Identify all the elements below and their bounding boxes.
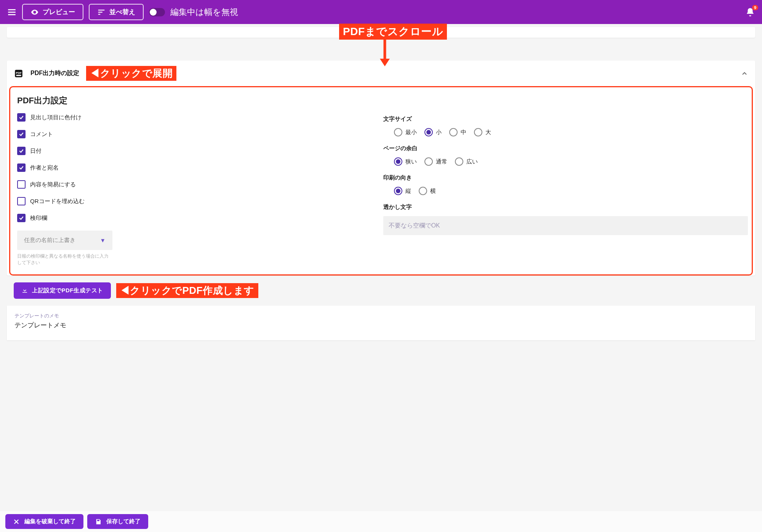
accordion-body: PDF出力設定 見出し項目に色付け コメント bbox=[9, 86, 753, 276]
checkbox-author-recipient[interactable] bbox=[17, 163, 26, 172]
toggle-knob bbox=[150, 9, 157, 16]
watermark-input[interactable] bbox=[383, 216, 748, 235]
checkbox-color-headings[interactable] bbox=[17, 113, 26, 122]
dropdown-icon: ▼ bbox=[100, 237, 106, 244]
topbar-title: 編集中は幅を無視 bbox=[170, 6, 238, 18]
checkbox-label: 日付 bbox=[30, 147, 42, 155]
memo-label: テンプレートのメモ bbox=[14, 312, 748, 319]
font-size-group: 最小 小 中 大 bbox=[383, 128, 748, 136]
memo-value: テンプレートメモ bbox=[14, 321, 748, 330]
eye-icon bbox=[30, 8, 39, 16]
sort-button[interactable]: 並べ替え bbox=[89, 4, 144, 20]
radio-orientation-portrait[interactable] bbox=[394, 187, 402, 195]
generate-pdf-button[interactable]: 上記設定でPDF生成テスト bbox=[14, 282, 111, 299]
template-memo-card: テンプレートのメモ テンプレートメモ bbox=[7, 306, 755, 340]
checkbox-simplify[interactable] bbox=[17, 180, 26, 189]
checkbox-label: 作者と宛名 bbox=[30, 164, 59, 171]
watermark-label: 透かし文字 bbox=[383, 204, 748, 211]
pdf-icon: PDF bbox=[14, 69, 24, 79]
radio-margin-narrow[interactable] bbox=[394, 157, 402, 166]
orientation-label: 印刷の向き bbox=[383, 174, 748, 181]
select-helper: 日報の検印欄と異なる名称を使う場合に入力して下さい bbox=[17, 253, 112, 266]
sort-label: 並べ替え bbox=[109, 8, 135, 16]
arrow-down-icon bbox=[379, 40, 391, 66]
checkbox-label: 内容を簡易にする bbox=[30, 181, 76, 188]
checkbox-label: コメント bbox=[30, 131, 53, 138]
svg-rect-11 bbox=[16, 75, 21, 76]
orientation-group: 縦 横 bbox=[383, 187, 748, 195]
checkbox-seal[interactable] bbox=[17, 214, 26, 222]
annotation-generate: ◀クリックでPDF作成します bbox=[116, 283, 258, 298]
checkbox-label: 検印欄 bbox=[30, 215, 47, 222]
svg-marker-8 bbox=[380, 59, 390, 66]
page-body: PDF PDF出力時の設定 ◀クリックで展開 PDF出力設定 見出し項目に色付け bbox=[0, 24, 762, 371]
svg-point-3 bbox=[34, 11, 35, 13]
checkbox-label: 見出し項目に色付け bbox=[30, 114, 82, 121]
download-icon bbox=[21, 287, 28, 294]
select-placeholder: 任意の名前に上書き bbox=[24, 237, 75, 244]
checkbox-comments[interactable] bbox=[17, 130, 26, 138]
radio-font-s[interactable] bbox=[424, 128, 433, 136]
svg-text:PDF: PDF bbox=[16, 71, 22, 75]
topbar: プレビュー 並べ替え 編集中は幅を無視 9 bbox=[0, 0, 762, 24]
radio-font-l[interactable] bbox=[474, 128, 482, 136]
accordion-title: PDF出力時の設定 bbox=[30, 69, 79, 77]
seal-name-select[interactable]: 任意の名前に上書き ▼ bbox=[17, 231, 112, 250]
preview-label: プレビュー bbox=[43, 8, 75, 16]
radio-font-xs[interactable] bbox=[394, 128, 402, 136]
notifications-button[interactable]: 9 bbox=[745, 7, 755, 17]
settings-right-column: 文字サイズ 最小 小 中 大 ページの余白 狭い bbox=[383, 113, 748, 266]
radio-margin-wide[interactable] bbox=[455, 157, 463, 166]
menu-button[interactable] bbox=[7, 7, 17, 17]
annotation-scroll: PDFまでスクロール bbox=[339, 24, 447, 40]
margin-label: ページの余白 bbox=[383, 145, 748, 152]
generate-label: 上記設定でPDF生成テスト bbox=[32, 287, 103, 294]
pdf-settings-card: PDF PDF出力時の設定 ◀クリックで展開 PDF出力設定 見出し項目に色付け bbox=[7, 61, 755, 276]
radio-orientation-landscape[interactable] bbox=[419, 187, 427, 195]
font-size-label: 文字サイズ bbox=[383, 115, 748, 123]
checkbox-date[interactable] bbox=[17, 147, 26, 155]
radio-margin-normal[interactable] bbox=[424, 157, 433, 166]
hamburger-icon bbox=[7, 7, 17, 17]
notifications-badge: 9 bbox=[752, 5, 758, 10]
settings-left-column: 見出し項目に色付け コメント 日付 bbox=[17, 113, 368, 266]
settings-title: PDF出力設定 bbox=[17, 95, 748, 106]
radio-font-m[interactable] bbox=[449, 128, 458, 136]
checkbox-label: QRコードを埋め込む bbox=[30, 198, 85, 205]
sort-icon bbox=[97, 8, 106, 16]
ignore-width-toggle[interactable] bbox=[149, 8, 165, 16]
generate-row: 上記設定でPDF生成テスト ◀クリックでPDF作成します bbox=[14, 282, 755, 299]
checkbox-embed-qr[interactable] bbox=[17, 197, 26, 205]
annotation-expand: ◀クリックで展開 bbox=[86, 66, 176, 81]
chevron-up-icon bbox=[741, 70, 748, 77]
preview-button[interactable]: プレビュー bbox=[22, 4, 83, 20]
margin-group: 狭い 通常 広い bbox=[383, 157, 748, 166]
